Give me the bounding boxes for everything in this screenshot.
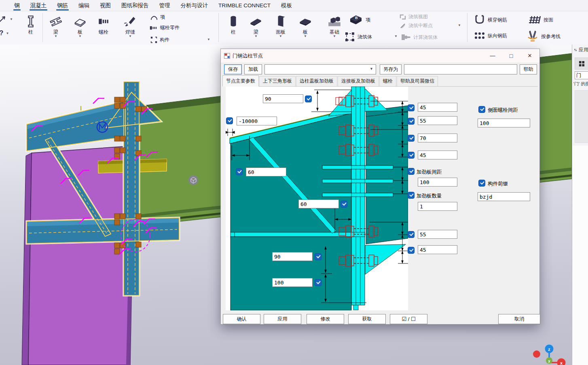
param-checkbox-5[interactable] bbox=[408, 231, 415, 238]
rebar-by-reference-line-button[interactable]: 按参考线 bbox=[527, 31, 561, 42]
close-button[interactable]: ✕ bbox=[522, 49, 538, 62]
footing-icon bbox=[327, 15, 342, 28]
save-as-button[interactable]: 另存为 bbox=[380, 64, 402, 74]
steel-beam-button[interactable]: 梁 ▼ bbox=[44, 14, 67, 38]
tab-bolts[interactable]: 螺栓 bbox=[379, 76, 396, 86]
param-checkbox-6[interactable] bbox=[408, 247, 415, 254]
cancel-button[interactable]: 取消 bbox=[498, 314, 540, 324]
stiffener-spacing-field[interactable] bbox=[418, 178, 457, 187]
dim-checkbox-left[interactable] bbox=[236, 168, 243, 175]
chevron-down-icon[interactable]: ▼ bbox=[458, 24, 461, 27]
menu-tab-trimble-connect[interactable]: TRIMBLE CONNECT bbox=[218, 0, 271, 11]
menu-tab-rebar[interactable]: 钢筋 bbox=[56, 0, 69, 11]
dim-field-offset[interactable] bbox=[237, 117, 277, 125]
tab-cover-plate-stiffener[interactable]: 边柱盖板加劲板 bbox=[296, 76, 337, 86]
help-button[interactable]: 帮助 bbox=[520, 64, 537, 74]
menu-tab-edit[interactable]: 编辑 bbox=[78, 0, 90, 11]
bolt-part-button[interactable]: 螺栓零件 bbox=[150, 24, 180, 31]
tab-underline bbox=[30, 9, 48, 11]
get-button[interactable]: 获取 bbox=[348, 314, 386, 324]
dim-field-left[interactable] bbox=[246, 168, 286, 176]
menu-tab-steel[interactable]: 钢 bbox=[13, 0, 21, 11]
search-input[interactable] bbox=[575, 71, 588, 79]
dim-field-bottom-1[interactable] bbox=[272, 252, 313, 261]
dim-field-bottom-2[interactable] bbox=[272, 278, 313, 287]
longitudinal-rebar-button[interactable]: 纵向钢筋 bbox=[474, 31, 507, 40]
param-checkbox-3[interactable] bbox=[408, 135, 415, 142]
param-field-2[interactable] bbox=[418, 116, 457, 125]
param-checkbox-1[interactable] bbox=[408, 104, 415, 111]
concrete-panel-button[interactable]: 面板 ▼ bbox=[269, 14, 292, 38]
bolt-button[interactable]: 螺栓 bbox=[92, 14, 115, 35]
param-field-6[interactable] bbox=[418, 245, 457, 254]
footing-button[interactable]: 基础 ▼ bbox=[323, 14, 346, 38]
side-bolt-spacing-field[interactable] bbox=[478, 119, 530, 127]
preset-combobox[interactable]: ▼ bbox=[264, 64, 376, 74]
chevron-down-icon[interactable]: ▼ bbox=[207, 38, 210, 41]
dim-checkbox-offset[interactable] bbox=[226, 117, 233, 124]
grid-view-button[interactable] bbox=[575, 57, 588, 70]
param-field-3[interactable] bbox=[418, 134, 457, 142]
tab-main-parameters[interactable]: 节点主要参数 bbox=[222, 75, 259, 87]
steel-plate-button[interactable]: 板 ▼ bbox=[69, 14, 91, 38]
menu-tab-template[interactable]: 模板 bbox=[280, 0, 293, 11]
menu-tab-label: 视图 bbox=[100, 2, 111, 9]
preset-name-input[interactable] bbox=[404, 64, 517, 74]
diagonal-arrow-icon bbox=[0, 15, 7, 23]
question-mark-icon: ? bbox=[0, 29, 3, 37]
item-button[interactable]: 项 bbox=[150, 14, 165, 21]
button-label: 浇筑体 bbox=[357, 34, 372, 40]
toggle-checkboxes-button[interactable]: ☑ / ☐ bbox=[390, 314, 427, 324]
ok-button[interactable]: 确认 bbox=[223, 314, 260, 324]
minimize-button[interactable]: — bbox=[484, 49, 501, 62]
quick-arrow-button[interactable]: ▼ bbox=[0, 15, 13, 23]
menu-tab-drawings-reports[interactable]: 图纸和报告 bbox=[121, 0, 150, 11]
param-checkbox-4[interactable] bbox=[408, 152, 415, 159]
menu-tab-concrete[interactable]: 混凝土 bbox=[30, 0, 48, 11]
component-prefix-field[interactable] bbox=[478, 192, 530, 201]
menu-tab-manage[interactable]: 管理 bbox=[159, 0, 171, 11]
help-menu-button[interactable]: ? ▼ bbox=[0, 29, 9, 37]
concrete-beam-icon bbox=[249, 15, 263, 28]
stiffener-count-checkbox[interactable] bbox=[408, 192, 415, 199]
concrete-column-button[interactable]: 柱 bbox=[224, 14, 243, 35]
concrete-item-button[interactable]: B 项 bbox=[349, 14, 370, 26]
load-button[interactable]: 加载 bbox=[244, 64, 262, 74]
apply-button[interactable]: 应用 bbox=[264, 314, 301, 324]
stiffener-spacing-checkbox[interactable] bbox=[408, 168, 415, 175]
dim-checkbox-top[interactable] bbox=[305, 95, 312, 102]
param-field-4[interactable] bbox=[418, 151, 457, 159]
crossing-rebar-button[interactable]: 横穿钢筋 bbox=[474, 15, 507, 25]
maximize-button[interactable]: □ bbox=[503, 49, 519, 62]
dim-checkbox-bottom-1[interactable] bbox=[315, 253, 321, 260]
param-field-5[interactable] bbox=[418, 230, 457, 239]
results-list-area[interactable]: i bbox=[575, 90, 588, 143]
modify-button[interactable]: 修改 bbox=[307, 314, 344, 324]
param-checkbox-2[interactable] bbox=[408, 118, 415, 125]
tab-connection-plate-stiffener[interactable]: 连接板及加劲板 bbox=[338, 76, 379, 86]
pour-object-button[interactable]: 浇筑体 bbox=[345, 32, 372, 42]
dim-field-middle[interactable] bbox=[298, 199, 339, 208]
dialog-title-bar[interactable]: 门钢边柱节点 — □ ✕ bbox=[221, 49, 539, 63]
component-prefix-checkbox[interactable] bbox=[478, 180, 485, 187]
concrete-slab-button[interactable]: 板 ▼ bbox=[295, 14, 315, 38]
component-button[interactable]: 构件 bbox=[150, 36, 169, 43]
rebar-by-face-button[interactable]: 按面 bbox=[529, 15, 553, 25]
dim-checkbox-bottom-2[interactable] bbox=[315, 279, 321, 286]
dim-checkbox-middle[interactable] bbox=[341, 201, 347, 208]
menu-tab-analysis-design[interactable]: 分析与设计 bbox=[180, 0, 209, 11]
button-label: 计算浇筑体 bbox=[413, 34, 438, 41]
stiffener-count-field[interactable] bbox=[418, 202, 457, 211]
weld-button[interactable]: 焊缝 ▼ bbox=[119, 14, 142, 38]
side-bolt-spacing-checkbox[interactable] bbox=[478, 106, 485, 113]
chevron-down-icon[interactable]: ▼ bbox=[394, 35, 398, 38]
tab-help-wechat[interactable]: 帮助及司晨微信 bbox=[397, 76, 438, 86]
param-field-1[interactable] bbox=[418, 103, 457, 112]
concrete-beam-button[interactable]: 梁 ▼ bbox=[246, 14, 266, 38]
button-label: 横穿钢筋 bbox=[488, 17, 507, 23]
steel-column-button[interactable]: 柱 bbox=[19, 14, 42, 35]
save-button[interactable]: 保存 bbox=[224, 64, 242, 74]
dim-field-top[interactable] bbox=[263, 94, 303, 103]
tab-triangle-plates[interactable]: 上下三角形板 bbox=[259, 76, 296, 86]
menu-tab-view[interactable]: 视图 bbox=[99, 0, 112, 11]
